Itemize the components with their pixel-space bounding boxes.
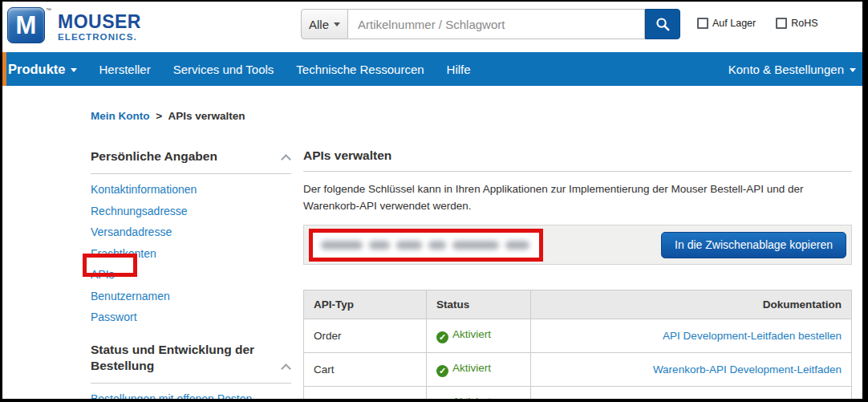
- doc-link-cell: API Development-Leitfaden bestellen: [531, 319, 852, 352]
- doc-link-cart[interactable]: Warenkorb-API Development-Leitfaden: [653, 363, 842, 376]
- status-text: Aktiviert: [452, 328, 491, 340]
- breadcrumb: Mein Konto > APIs verwalten: [91, 110, 245, 122]
- nav-item-hilfe-label: Hilfe: [447, 63, 471, 76]
- table-header-row: API-Typ Status Dokumentation: [304, 290, 852, 319]
- search-category-dropdown[interactable]: Alle: [301, 9, 348, 39]
- doc-link-order[interactable]: API Development-Leitfaden bestellen: [663, 330, 842, 342]
- sidebar-item-rechnungsadresse[interactable]: Rechnungsadresse: [91, 205, 188, 217]
- status-text: Aktiviert: [452, 396, 491, 399]
- rohs-checkbox[interactable]: [776, 18, 787, 29]
- apis-verwalten-panel: APIs verwalten Der folgende Schlüssel ka…: [303, 148, 852, 399]
- nav-item-technische-label: Technische Ressourcen: [296, 63, 424, 76]
- filter-auf-lager: Auf Lager: [697, 18, 756, 29]
- search-category-label: Alle: [309, 18, 329, 31]
- breadcrumb-mein-konto-link[interactable]: Mein Konto: [91, 110, 150, 122]
- redacted-blob: [369, 241, 390, 250]
- nav-item-hersteller[interactable]: Hersteller: [99, 63, 151, 76]
- logo-wordmark: MOUSER ELECTRONICS.: [58, 13, 141, 43]
- status-cell: ✓Aktiviert: [427, 386, 531, 399]
- sidebar-item-offene-posten[interactable]: Bestellungen mit offenen Posten: [91, 392, 252, 399]
- trademark-symbol: ™: [46, 7, 51, 13]
- sidebar-item-passwort[interactable]: Passwort: [91, 311, 137, 323]
- site-header: M ™ MOUSER ELECTRONICS. Alle: [2, 2, 862, 52]
- api-type-cell: Order: [304, 319, 427, 352]
- account-sidebar: Persönliche Angaben Kontaktinformationen…: [91, 148, 291, 399]
- chevron-up-icon: [281, 154, 291, 164]
- copy-to-clipboard-button[interactable]: In die Zwischenablage kopieren: [661, 232, 846, 258]
- sidebar-section-personal-heading[interactable]: Persönliche Angaben: [91, 148, 291, 164]
- doc-link-order-history[interactable]: Bestellverlauf-API Development-Leitfaden: [640, 397, 842, 399]
- sidebar-section-orderstatus-title: Status und Entwicklung der Bestellung: [91, 343, 254, 372]
- api-types-table: API-Typ Status Dokumentation Order ✓Akti…: [303, 290, 852, 399]
- api-type-cell: Cart: [304, 352, 427, 386]
- list-item: Kontaktinformationen: [91, 182, 291, 197]
- sidebar-section-orderstatus-heading[interactable]: Status und Entwicklung der Bestellung: [91, 342, 291, 374]
- rohs-label: RoHS: [791, 18, 817, 29]
- table-row: Order ✓Aktiviert API Development-Leitfad…: [304, 319, 852, 352]
- sidebar-section-personal-title: Persönliche Angaben: [91, 149, 217, 163]
- api-key-description: Der folgende Schlüssel kann in Ihren App…: [303, 181, 834, 215]
- page-title: APIs verwalten: [303, 148, 852, 163]
- column-header-status: Status: [427, 290, 531, 319]
- sidebar-item-benutzernamen[interactable]: Benutzernamen: [91, 290, 170, 303]
- sidebar-divider: [91, 173, 291, 174]
- logo-subtitle: ELECTRONICS.: [58, 33, 141, 43]
- nav-item-produkte-label: Produkte: [8, 62, 66, 77]
- redacted-blob: [396, 241, 422, 250]
- list-item: Frachtkonten: [91, 246, 291, 261]
- redacted-blob: [452, 241, 499, 250]
- nav-item-hersteller-label: Hersteller: [99, 63, 151, 76]
- chevron-up-icon: [281, 364, 291, 375]
- breadcrumb-current: APIs verwalten: [168, 110, 245, 122]
- nav-item-services-label: Services und Tools: [173, 63, 274, 76]
- search-filters: Auf Lager RoHS: [697, 18, 818, 29]
- breadcrumb-separator: >: [156, 110, 162, 122]
- nav-item-produkte[interactable]: Produkte: [8, 62, 77, 77]
- chevron-down-icon: [71, 68, 77, 72]
- nav-account-label: Konto & Bestellungen: [728, 63, 844, 76]
- search-button[interactable]: [645, 9, 680, 39]
- search-input[interactable]: [348, 9, 645, 39]
- status-cell: ✓Aktiviert: [427, 352, 531, 386]
- redacted-blob: [321, 241, 363, 250]
- list-item: Versandadresse: [91, 225, 291, 239]
- screenshot-frame: M ™ MOUSER ELECTRONICS. Alle: [0, 0, 868, 402]
- nav-item-services-und-tools[interactable]: Services und Tools: [173, 63, 274, 76]
- nav-item-technische-ressourcen[interactable]: Technische Ressourcen: [296, 63, 424, 76]
- list-item: Rechnungsadresse: [91, 204, 291, 218]
- browser-viewport: M ™ MOUSER ELECTRONICS. Alle: [2, 2, 862, 399]
- api-key-field-redacted[interactable]: [309, 229, 543, 262]
- chevron-down-icon: [334, 22, 340, 26]
- status-text: Aktiviert: [452, 362, 491, 374]
- mouser-monogram-icon: M: [7, 7, 45, 43]
- search-bar: Alle: [301, 9, 680, 39]
- status-cell: ✓Aktiviert: [427, 319, 531, 352]
- check-circle-icon: ✓: [436, 365, 448, 377]
- doc-link-cell: Bestellverlauf-API Development-Leitfaden: [531, 386, 852, 399]
- api-type-cell: Order History: [304, 386, 427, 399]
- title-divider: [303, 171, 852, 172]
- auf-lager-checkbox[interactable]: [697, 18, 708, 29]
- list-item: Passwort: [91, 310, 291, 324]
- api-key-panel: In die Zwischenablage kopieren: [303, 225, 852, 265]
- sidebar-item-versandadresse[interactable]: Versandadresse: [91, 225, 172, 238]
- sidebar-item-frachtkonten[interactable]: Frachtkonten: [91, 247, 156, 260]
- nav-item-hilfe[interactable]: Hilfe: [447, 63, 471, 76]
- column-header-dokumentation: Dokumentation: [531, 290, 852, 319]
- page-content: Mein Konto > APIs verwalten Persönliche …: [2, 86, 862, 399]
- chevron-down-icon: [850, 68, 856, 72]
- logo-name: MOUSER: [58, 13, 141, 31]
- check-circle-icon: ✓: [436, 331, 448, 343]
- nav-account-menu[interactable]: Konto & Bestellungen: [728, 63, 856, 76]
- sidebar-item-apis[interactable]: APIs: [91, 268, 115, 281]
- auf-lager-label: Auf Lager: [712, 18, 756, 29]
- nav-accent-stripe: [2, 52, 6, 86]
- list-item: APIs: [91, 267, 291, 282]
- filter-rohs: RoHS: [776, 18, 817, 29]
- sidebar-item-kontaktinformationen[interactable]: Kontaktinformationen: [91, 183, 197, 196]
- mouser-logo[interactable]: M ™ MOUSER ELECTRONICS.: [7, 7, 141, 43]
- magnifier-icon: [655, 17, 671, 32]
- table-row: Cart ✓Aktiviert Warenkorb-API Developmen…: [304, 352, 852, 386]
- sidebar-link-list: Bestellungen mit offenen Posten: [91, 392, 291, 399]
- table-row: Order History ✓Aktiviert Bestellverlauf-…: [304, 386, 852, 399]
